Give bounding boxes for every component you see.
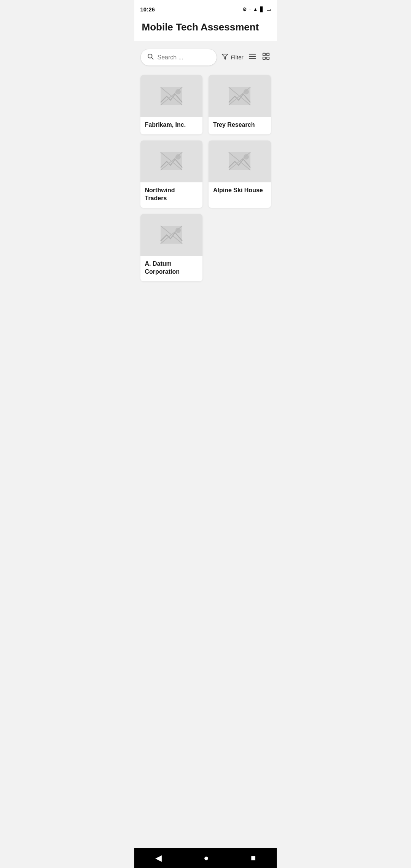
item-name: Northwind Traders [140,182,203,208]
grid-view-button[interactable] [261,51,271,63]
back-icon: ◀ [155,853,162,863]
page-title: Mobile Tech Assessment [142,21,269,33]
svg-rect-6 [263,53,265,56]
item-name: Fabrikam, Inc. [140,117,203,134]
toolbar: Filter [140,49,271,66]
grid-view-icon [262,54,270,62]
bottom-nav-bar: ◀ ● ■ [134,848,277,868]
search-input[interactable] [158,54,211,61]
signal-icon: ▋ [260,6,264,12]
filter-label: Filter [231,54,243,61]
item-name: Trey Research [209,117,271,134]
svg-rect-8 [263,57,265,59]
battery-icon: ▭ [266,6,271,12]
item-image-placeholder [140,75,203,117]
recents-icon: ■ [251,853,256,863]
item-image-placeholder [209,140,271,182]
list-item[interactable]: Northwind Traders [140,140,203,208]
broken-image-icon [227,151,252,172]
broken-image-icon [159,86,184,107]
list-item[interactable]: A. Datum Corporation [140,214,203,281]
main-content: Filter [134,41,277,316]
item-name: Alpine Ski House [209,182,271,200]
dot-icon: · [249,6,251,12]
svg-rect-9 [266,57,269,59]
search-icon [147,53,154,62]
toolbar-actions: Filter [221,51,271,63]
items-grid: Fabrikam, Inc. Trey Research [140,75,271,281]
status-icons: ⚙ · ▲ ▋ ▭ [242,6,271,12]
broken-image-icon [227,86,252,107]
app-header: Mobile Tech Assessment [134,17,277,41]
svg-line-1 [151,57,153,59]
status-time: 10:26 [140,6,155,13]
svg-rect-7 [266,53,269,56]
status-bar: 10:26 ⚙ · ▲ ▋ ▭ [134,0,277,17]
wifi-icon: ▲ [253,6,258,12]
search-bar[interactable] [140,49,217,66]
item-image-placeholder [140,214,203,256]
broken-image-icon [159,224,184,245]
item-image-placeholder [209,75,271,117]
home-icon: ● [204,853,209,863]
recents-button[interactable]: ■ [243,849,263,867]
settings-icon: ⚙ [242,6,247,12]
list-item[interactable]: Alpine Ski House [209,140,271,208]
list-view-button[interactable] [247,51,257,63]
broken-image-icon [159,151,184,172]
back-button[interactable]: ◀ [148,849,169,867]
list-view-icon [248,54,256,62]
item-image-placeholder [140,140,203,182]
list-item[interactable]: Fabrikam, Inc. [140,75,203,134]
home-button[interactable]: ● [196,849,216,867]
filter-button[interactable]: Filter [221,53,243,62]
filter-icon [221,53,228,62]
svg-marker-2 [222,54,228,59]
list-item[interactable]: Trey Research [209,75,271,134]
item-name: A. Datum Corporation [140,256,203,281]
